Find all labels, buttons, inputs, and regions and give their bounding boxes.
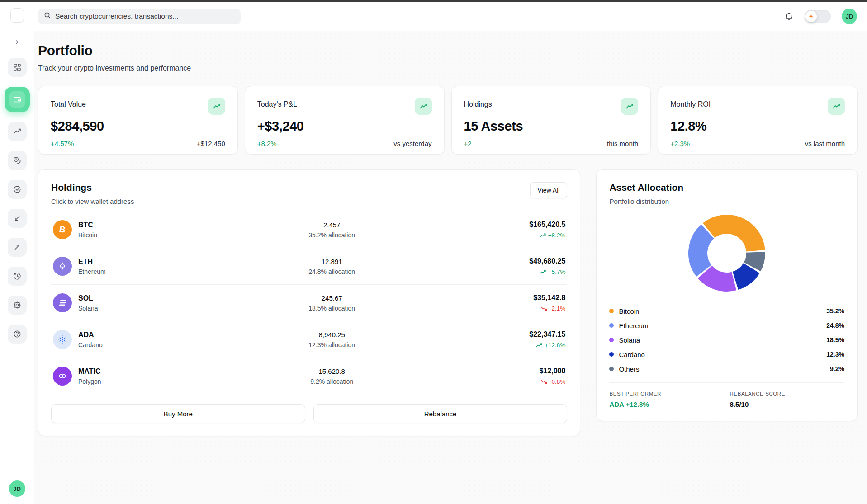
coin-amount: 12.891 xyxy=(198,258,466,265)
history-icon xyxy=(13,272,22,281)
legend-dot xyxy=(609,352,614,357)
stat-label: Monthly ROI xyxy=(670,98,711,108)
sidebar-item-receive[interactable] xyxy=(8,209,27,228)
sidebar-item-assets[interactable] xyxy=(8,151,27,170)
stat-value: $284,590 xyxy=(51,119,225,134)
sidebar-item-dashboard[interactable] xyxy=(8,58,27,77)
ethereum-icon xyxy=(57,261,67,271)
coin-amount: 8,940.25 xyxy=(198,331,466,339)
holdings-subtitle: Click to view wallet address xyxy=(51,198,134,205)
stat-label: Today's P&L xyxy=(257,98,297,108)
main-area: Portfolio Track your crypto investments … xyxy=(34,31,867,504)
asset-allocation-panel: Asset Allocation Portfolio distribution … xyxy=(596,169,858,421)
panels-row: Holdings Click to view wallet address Vi… xyxy=(38,169,858,436)
help-circle-icon xyxy=(13,330,22,339)
coin-name: Bitcoin xyxy=(78,231,97,239)
solana-icon xyxy=(57,298,67,308)
allocation-donut-chart xyxy=(609,212,844,294)
sidebar-item-markets[interactable] xyxy=(8,122,27,141)
legend-value: 9.2% xyxy=(830,365,844,372)
allocation-footer: BEST PERFORMER ADA +12.8% REBALANCE SCOR… xyxy=(609,391,844,408)
legend-label: Solana xyxy=(619,336,640,344)
legend-value: 18.5% xyxy=(826,336,844,344)
sidebar-item-history[interactable] xyxy=(8,267,27,286)
coin-change: +5.7% xyxy=(466,268,565,275)
mini-trend-down-icon xyxy=(541,306,547,311)
search-icon xyxy=(44,12,51,21)
coin-name: Ethereum xyxy=(78,268,106,275)
gear-icon xyxy=(13,301,22,310)
legend-value: 35.2% xyxy=(826,307,844,315)
legend-dot xyxy=(609,309,614,313)
stat-label: Total Value xyxy=(51,98,86,108)
sidebar-user-avatar[interactable]: JD xyxy=(9,480,25,497)
sidebar-item-help[interactable] xyxy=(8,325,27,344)
holdings-list: BBTCBitcoin2.45735.2% allocation$165,420… xyxy=(51,212,567,394)
sidebar-item-portfolio[interactable] xyxy=(5,87,30,112)
coin-symbol: ADA xyxy=(78,331,103,339)
coin-allocation: 24.8% allocation xyxy=(198,268,466,275)
trending-up-icon xyxy=(621,98,638,115)
donut-segment-ethereum xyxy=(698,231,708,271)
holding-row-SOL[interactable]: SOLSolana245.6718.5% allocation$35,142.8… xyxy=(51,284,567,321)
legend-dot xyxy=(609,323,614,328)
coin-allocation: 12.3% allocation xyxy=(198,341,466,349)
window-bottom-edge xyxy=(0,501,867,501)
coin-symbol: ETH xyxy=(78,258,106,266)
coin-change: +12.8% xyxy=(466,342,565,349)
stat-card-holdings: Holdings 15 Assets +2 this month xyxy=(451,86,651,155)
coin-change: -0.8% xyxy=(466,378,565,385)
bell-icon[interactable] xyxy=(784,11,794,21)
search-input[interactable] xyxy=(55,12,235,20)
chevron-right-icon xyxy=(14,39,20,46)
coin-allocation: 18.5% allocation xyxy=(198,305,466,312)
sidebar-nav xyxy=(5,36,30,344)
sidebar-item-settings[interactable] xyxy=(8,296,27,315)
page-title: Portfolio xyxy=(38,43,858,58)
coin-allocation: 9.2% allocation xyxy=(198,378,466,385)
legend-value: 12.3% xyxy=(826,351,844,358)
arrow-up-right-icon xyxy=(13,243,22,252)
content-column: ☀ JD Portfolio Track your crypto investm… xyxy=(34,2,867,504)
holding-row-BTC[interactable]: BBTCBitcoin2.45735.2% allocation$165,420… xyxy=(51,212,567,248)
trending-up-icon xyxy=(828,98,845,115)
theme-toggle[interactable]: ☀ xyxy=(805,10,831,23)
view-all-button[interactable]: View All xyxy=(530,182,568,198)
holding-row-ETH[interactable]: ETHEthereum12.89124.8% allocation$49,680… xyxy=(51,248,567,284)
coin-name: Solana xyxy=(78,305,98,312)
trending-up-icon xyxy=(13,127,22,136)
coin-name: Polygon xyxy=(78,378,101,385)
holding-row-MATIC[interactable]: MATICPolygon15,620.89.2% allocation$12,0… xyxy=(51,358,567,394)
allocation-title: Asset Allocation xyxy=(609,182,844,193)
stat-card-total-value: Total Value $284,590 +4.57% +$12,450 xyxy=(38,86,238,155)
coin-amount: 15,620.8 xyxy=(198,367,466,375)
sidebar-item-orders[interactable] xyxy=(8,180,27,199)
divider xyxy=(609,382,844,383)
legend-dot xyxy=(609,367,614,371)
stat-note: this month xyxy=(607,140,638,147)
header-user-avatar[interactable]: JD xyxy=(842,9,857,24)
sidebar-item-collapse[interactable] xyxy=(10,36,24,48)
sidebar-item-send[interactable] xyxy=(8,238,27,257)
search-bar[interactable] xyxy=(38,9,241,24)
coin-symbol: MATIC xyxy=(78,367,101,376)
coin-value: $49,680.25 xyxy=(466,257,565,265)
coin-change: -2.1% xyxy=(466,305,565,312)
dashboard-icon xyxy=(13,63,22,72)
mini-trend-up-icon xyxy=(536,343,542,348)
mini-trend-up-icon xyxy=(540,233,546,238)
stat-value: 15 Assets xyxy=(464,119,639,134)
legend-value: 24.8% xyxy=(826,322,844,329)
stat-value: +$3,240 xyxy=(257,119,432,134)
legend-row-others: Others9.2% xyxy=(609,362,844,376)
holding-row-ADA[interactable]: ADACardano8,940.2512.3% allocation$22,34… xyxy=(51,321,567,358)
donut-segment-cardano xyxy=(735,268,752,281)
buy-more-button[interactable]: Buy More xyxy=(51,404,305,423)
coins-icon xyxy=(13,156,22,165)
stat-change: +8.2% xyxy=(257,140,277,147)
stat-card-todays-pnl: Today's P&L +$3,240 +8.2% vs yesterday xyxy=(245,86,445,155)
coin-amount: 245.67 xyxy=(198,294,466,302)
sidebar: JD xyxy=(0,2,34,504)
rebalance-button[interactable]: Rebalance xyxy=(313,404,568,423)
coin-amount: 2.457 xyxy=(198,221,466,229)
